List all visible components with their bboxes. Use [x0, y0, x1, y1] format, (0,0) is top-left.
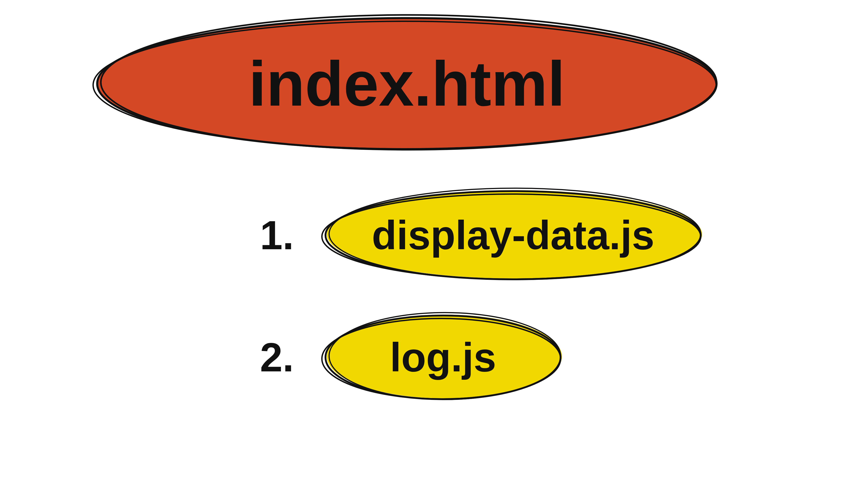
file-node-log-js: log.js — [316, 310, 569, 405]
file-node-index-html: index.html — [90, 11, 723, 156]
list-number-1: 1. — [260, 215, 294, 256]
file-node-display-data-js: display-data.js — [316, 185, 710, 285]
list-number-2: 2. — [260, 337, 294, 378]
file-node-display-data-js-label: display-data.js — [316, 185, 710, 285]
file-node-index-html-label: index.html — [90, 11, 723, 156]
file-node-log-js-label: log.js — [316, 310, 569, 405]
diagram-canvas: index.html 1. display-data.js 2. log.js — [0, 0, 868, 489]
